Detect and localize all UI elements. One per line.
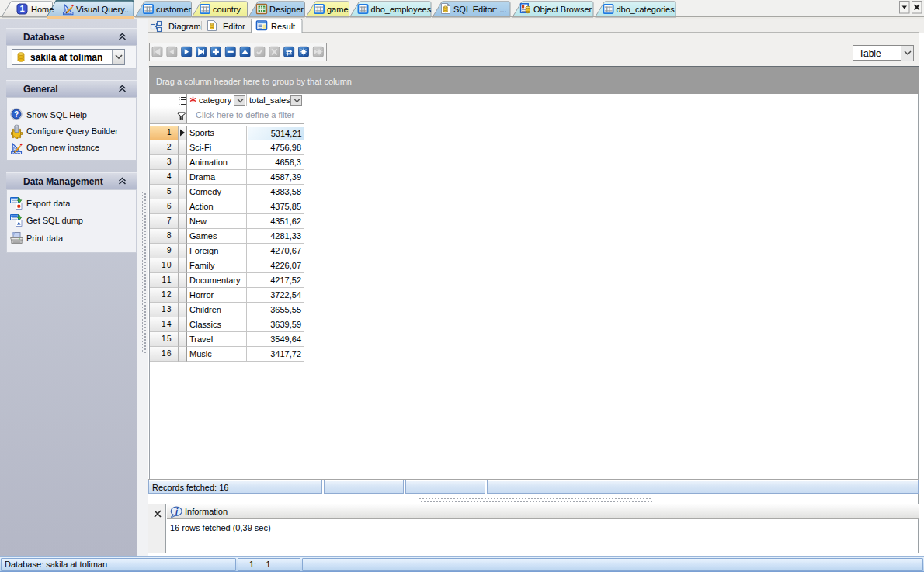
svg-text:Diagram: Diagram — [168, 22, 201, 31]
svg-text:SQL Editor: ...: SQL Editor: ... — [453, 5, 507, 14]
svg-text:Home: Home — [31, 5, 54, 14]
svg-text:1: 1 — [19, 4, 24, 13]
svg-text:Designer: Designer — [269, 5, 304, 14]
svg-text:dbo_categories: dbo_categories — [617, 5, 676, 14]
svg-text:game: game — [327, 5, 349, 14]
svg-text:customer: customer — [156, 5, 192, 14]
svg-text:dbo_employees: dbo_employees — [371, 5, 432, 14]
svg-text:Result: Result — [271, 22, 295, 31]
svg-text:?: ? — [14, 110, 19, 119]
svg-text:country: country — [213, 5, 241, 14]
svg-text:Editor: Editor — [223, 22, 245, 31]
svg-text:Object Browser: Object Browser — [533, 5, 592, 14]
svg-text:Visual Query...: Visual Query... — [76, 5, 131, 14]
